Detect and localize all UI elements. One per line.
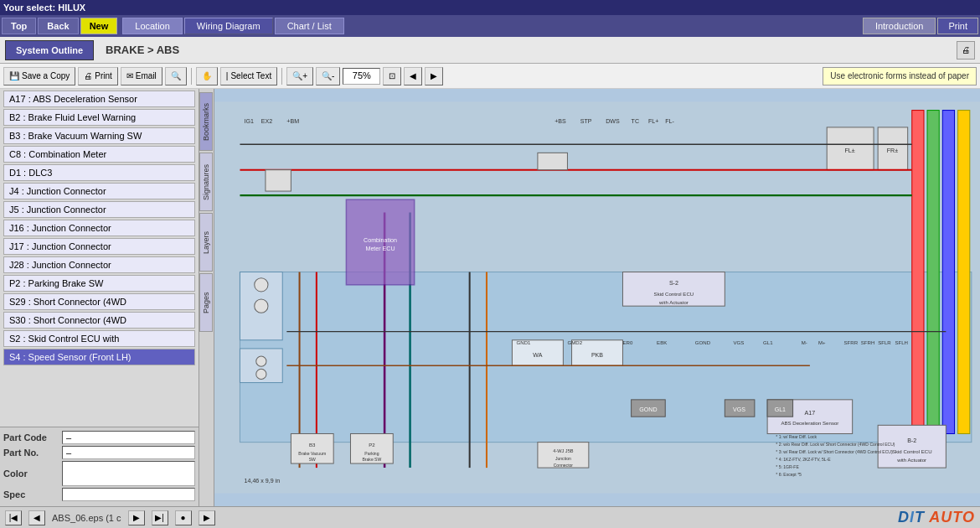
next-page-nav-button[interactable]: ▶ [128, 510, 145, 525]
svg-text:PKB: PKB [591, 352, 603, 359]
hand-icon: ✋ [202, 71, 212, 80]
pdf-print-button[interactable]: 🖨 Print [78, 67, 118, 85]
svg-text:SFLR: SFLR [878, 339, 891, 345]
zoom-in-button[interactable]: 🔍+ [286, 67, 313, 85]
chart-list-button[interactable]: Chart / List [275, 18, 344, 34]
title-bar: Your select: HILUX [0, 0, 980, 15]
svg-text:GL1: GL1 [763, 339, 773, 345]
side-tab-signatures[interactable]: Signatures [199, 153, 213, 211]
print-button[interactable]: Print [937, 18, 978, 34]
location-button[interactable]: Location [122, 18, 183, 34]
svg-text:FL+: FL+ [648, 118, 658, 125]
system-outline-button[interactable]: System Outline [5, 40, 94, 60]
prev-page-button[interactable]: ◀ [28, 510, 45, 525]
diagram-area[interactable]: FL± FR± S-2 Skid Control ECU with Actuat… [214, 89, 980, 506]
search-icon: 🔍 [171, 71, 181, 80]
wiring-diagram-button[interactable]: Wiring Diagram [184, 18, 273, 34]
svg-text:* 3: w/ Rear Diff. Lock w/ Sho: * 3: w/ Rear Diff. Lock w/ Short Connect… [776, 449, 893, 454]
svg-text:STP: STP [580, 118, 592, 125]
stop-button[interactable]: ▶ [199, 510, 215, 525]
svg-text:GMD2: GMD2 [567, 339, 582, 345]
component-item-j4[interactable]: J4 : Junction Connector [3, 183, 195, 199]
svg-text:SFRR: SFRR [844, 339, 859, 345]
component-item-s2[interactable]: S2 : Skid Control ECU with [3, 330, 195, 347]
component-item-j17[interactable]: J17 : Junction Connector [3, 238, 195, 255]
save-copy-button[interactable]: 💾 Save a Copy [3, 67, 75, 85]
side-tab-layers[interactable]: Layers [199, 213, 213, 272]
zoom-level[interactable]: 75% [343, 68, 380, 85]
svg-rect-47 [266, 170, 291, 191]
component-item-j28[interactable]: J28 : Junction Connector [3, 256, 195, 273]
svg-text:FR±: FR± [887, 148, 898, 154]
component-item-s30[interactable]: S30 : Short Connector (4WD [3, 312, 195, 329]
search-button[interactable]: 🔍 [165, 67, 187, 85]
fit-page-button[interactable]: ⊡ [383, 67, 401, 85]
side-tab-pages[interactable]: Pages [199, 273, 213, 332]
svg-text:EBK: EBK [657, 339, 667, 345]
svg-text:* 4: 1KZ-FTV, 2KZ-FTV, 5L-E: * 4: 1KZ-FTV, 2KZ-FTV, 5L-E [776, 457, 831, 462]
side-tab-bookmarks[interactable]: Bookmarks [199, 92, 213, 151]
svg-text:DWS: DWS [606, 118, 620, 125]
breadcrumb: BRAKE > ABS [106, 44, 179, 56]
spec-label: Spec [3, 489, 62, 500]
component-item-j16[interactable]: J16 : Junction Connector [3, 220, 195, 236]
last-page-button[interactable]: ▶| [152, 510, 168, 525]
new-button[interactable]: New [80, 18, 118, 34]
prev-page-button[interactable]: ◀ [404, 67, 422, 85]
nav-bar: Top Back New Location Wiring Diagram Cha… [0, 15, 980, 37]
svg-text:B-2: B-2 [907, 437, 916, 444]
zoom-out-button[interactable]: 🔍- [316, 67, 340, 85]
hand-tool-button[interactable]: ✋ [196, 67, 218, 85]
email-button[interactable]: ✉ Email [121, 67, 162, 85]
diagram-with-tabs: BookmarksSignaturesLayersPages [199, 89, 980, 506]
svg-text:TC: TC [632, 118, 639, 125]
component-item-b2[interactable]: B2 : Brake Fluid Level Warning [3, 109, 195, 126]
svg-text:* 1: w/ Rear Diff. Lock: * 1: w/ Rear Diff. Lock [776, 434, 817, 439]
component-item-s29[interactable]: S29 : Short Connector (4WD [3, 293, 195, 310]
app-title: Your select: HILUX [3, 3, 85, 13]
svg-point-88 [256, 356, 266, 366]
svg-text:with Actuator: with Actuator [658, 299, 689, 305]
right-area: BookmarksSignaturesLayersPages [199, 89, 980, 506]
introduction-button[interactable]: Introduction [863, 18, 936, 34]
component-item-a17[interactable]: A17 : ABS Deceleration Sensor [3, 91, 195, 107]
component-item-c8[interactable]: C8 : Combination Meter [3, 146, 195, 163]
svg-text:Brake SW: Brake SW [362, 457, 381, 462]
component-list: A17 : ABS Deceleration SensorB2 : Brake … [0, 89, 199, 427]
part-no-value: – [62, 446, 195, 459]
page-info: ABS_06.eps (1 c [52, 513, 121, 523]
svg-text:SFRH: SFRH [861, 339, 875, 345]
svg-text:VGS: VGS [733, 406, 745, 413]
wiring-diagram-svg: FL± FR± S-2 Skid Control ECU with Actuat… [214, 89, 980, 506]
svg-text:WA: WA [533, 352, 542, 359]
svg-text:GND1: GND1 [517, 339, 532, 345]
component-item-p2[interactable]: P2 : Parking Brake SW [3, 275, 195, 292]
component-item-b3[interactable]: B3 : Brake Vacuum Warning SW [3, 127, 195, 144]
svg-text:FL±: FL± [845, 148, 855, 154]
svg-text:+BS: +BS [554, 118, 566, 125]
svg-text:Junction: Junction [555, 456, 571, 461]
svg-text:GL1: GL1 [775, 406, 786, 413]
component-item-s4[interactable]: S4 : Speed Sensor (Front LH) [3, 349, 195, 365]
back-button[interactable]: Back [38, 18, 78, 34]
svg-text:with Actuator: with Actuator [896, 457, 926, 463]
play-button[interactable]: ● [175, 510, 192, 525]
status-bar: |◀ ◀ ABS_06.eps (1 c ▶ ▶| ● ▶ DIT AUTO [0, 506, 980, 528]
pdf-toolbar: 💾 Save a Copy 🖨 Print ✉ Email 🔍 ✋ | Sele… [0, 64, 980, 89]
svg-text:P2: P2 [369, 442, 375, 448]
svg-text:SFLH: SFLH [895, 339, 908, 345]
bottom-info: Part Code – Part No. – Color Spec [0, 427, 199, 506]
select-text-button[interactable]: | Select Text [220, 67, 277, 85]
svg-text:* 2: w/o Rear Diff. Lock w/ Sh: * 2: w/o Rear Diff. Lock w/ Short Connec… [776, 442, 895, 447]
component-item-d1[interactable]: D1 : DLC3 [3, 164, 195, 181]
svg-text:ER0: ER0 [622, 339, 632, 345]
svg-text:M+: M+ [818, 339, 826, 345]
svg-text:M-: M- [802, 339, 807, 345]
component-item-j5[interactable]: J5 : Junction Connector [3, 201, 195, 218]
print-small-icon[interactable]: 🖨 [957, 41, 975, 60]
first-page-button[interactable]: |◀ [5, 510, 22, 525]
part-code-row: Part Code – [3, 431, 195, 444]
svg-rect-5 [958, 111, 970, 434]
top-button[interactable]: Top [2, 18, 36, 34]
next-page-button[interactable]: ▶ [425, 67, 443, 85]
